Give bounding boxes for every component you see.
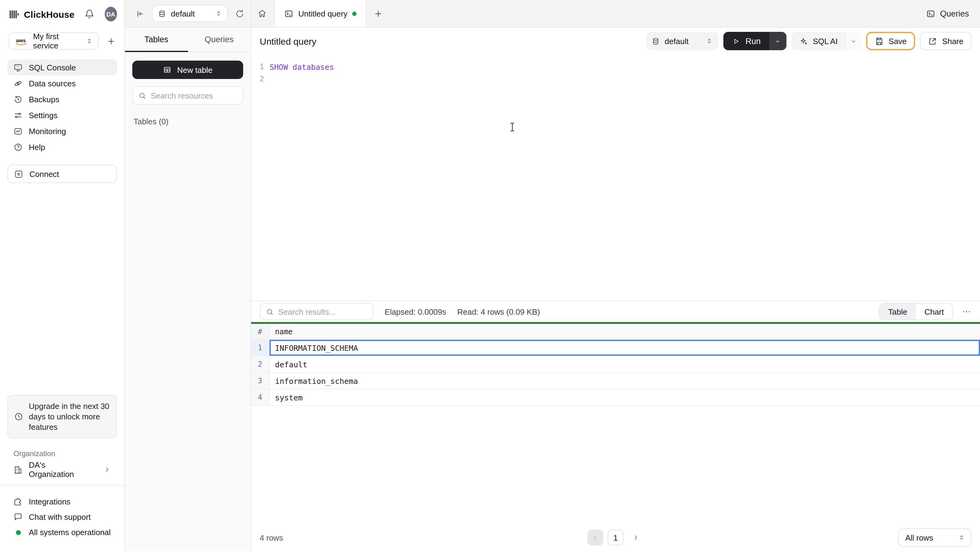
index-column-header: # [251,324,269,339]
puzzle-icon [13,497,23,506]
resources-panel: Tables Queries New table Tables (0) [125,27,251,551]
page-size-value: All rows [905,533,958,542]
integrations-label: Integrations [29,497,70,506]
table-row[interactable]: 3 information_schema [251,373,980,389]
sql-ai-button[interactable]: SQL AI [791,32,861,50]
notifications-bell-icon[interactable] [84,9,94,19]
text-cursor [508,122,516,132]
name-column-header[interactable]: name [269,324,980,339]
workspace: default Untitled query Queries [125,0,980,551]
chevron-down-icon [775,38,781,44]
avatar[interactable]: DA [105,7,117,21]
queries-button[interactable]: Queries [915,0,980,27]
results-search[interactable] [260,303,374,320]
sidebar-item-data-sources[interactable]: Data sources [7,75,117,91]
new-table-button[interactable]: New table [132,60,243,79]
collapse-sidebar-button[interactable] [135,9,145,18]
row-number: 3 [251,373,269,389]
run-button[interactable]: Run [723,32,786,50]
tables-section-label: Tables (0) [134,117,242,126]
service-selector-label: My first service [33,32,81,50]
results-more-button[interactable] [962,307,971,316]
refresh-button[interactable] [235,9,244,18]
upgrade-notice[interactable]: Upgrade in the next 30 days to unlock mo… [7,395,117,438]
results-footer: 4 rows 1 All rows [251,524,980,551]
cell-name[interactable]: information_schema [269,373,980,389]
connect-icon [14,169,23,178]
cell-name[interactable]: system [269,389,980,405]
current-page-button[interactable]: 1 [608,530,624,546]
terminal-icon [926,9,935,18]
query-workspace: Untitled query default Run [251,27,980,551]
topbar-left-controls: default [125,0,251,27]
add-service-button[interactable] [107,37,116,46]
sidebar-item-sql-console[interactable]: SQL Console [7,59,117,75]
query-title: Untitled query [260,36,317,46]
database-selector[interactable]: default [152,5,228,22]
rows-read: Read: 4 rows (0.09 KB) [457,307,540,316]
share-label: Share [942,37,964,46]
cell-name[interactable]: INFORMATION_SCHEMA [269,340,980,356]
sidebar-item-chat-support[interactable]: Chat with support [7,510,117,525]
line-number: 2 [251,75,269,83]
connect-button[interactable]: Connect [7,165,117,183]
save-button[interactable]: Save [866,32,915,50]
chevron-right-icon [632,534,640,541]
resources-search-input[interactable] [151,91,237,100]
tab-tables[interactable]: Tables [125,27,188,51]
database-icon [652,37,660,45]
query-tab[interactable]: Untitled query [274,0,366,27]
sql-ai-label: SQL AI [813,37,838,46]
backups-icon [13,95,23,104]
cell-name[interactable]: default [269,356,980,372]
chat-bubble-icon [13,513,23,522]
sidebar-item-integrations[interactable]: Integrations [7,494,117,510]
tab-queries[interactable]: Queries [188,27,250,51]
page-size-selector[interactable]: All rows [898,528,971,547]
view-toggle-table[interactable]: Table [880,304,916,319]
organization-section-label: Organization [0,445,124,462]
view-toggle-chart[interactable]: Chart [916,304,953,319]
sidebar-item-settings[interactable]: Settings [7,107,117,123]
share-button[interactable]: Share [920,32,971,50]
resources-search[interactable] [132,86,243,105]
sidebar-footer: Integrations Chat with support All syste… [0,486,124,551]
nav-label: Monitoring [29,126,66,136]
editor-line[interactable]: 2 [251,73,980,85]
topbar: default Untitled query Queries [125,0,980,27]
sidebar-item-backups[interactable]: Backups [7,91,117,107]
clock-icon [14,412,23,421]
chevron-updown-icon [86,37,93,45]
next-page-button[interactable] [628,530,644,546]
upgrade-notice-text: Upgrade in the next 30 days to unlock mo… [29,401,110,432]
run-options-button[interactable] [769,32,786,50]
home-button[interactable] [251,0,274,27]
home-icon [257,9,267,18]
results-toolbar: Elapsed: 0.0009s Read: 4 rows (0.09 KB) … [251,301,980,322]
query-database-value: default [665,37,701,46]
query-toolbar: Untitled query default Run [251,27,980,54]
previous-page-button[interactable] [587,530,603,546]
table-row[interactable]: 2 default [251,356,980,373]
terminal-icon [284,9,293,18]
chevron-left-icon [592,534,599,541]
settings-icon [13,111,23,120]
table-row[interactable]: 4 system [251,389,980,406]
sql-ai-options-button[interactable] [845,32,861,50]
system-status[interactable]: All systems operational [7,525,117,540]
service-selector[interactable]: aws My first service [9,32,99,49]
query-database-selector[interactable]: default [646,32,719,50]
sidebar-item-monitoring[interactable]: Monitoring [7,123,117,139]
organization-selector[interactable]: DA's Organization [7,462,117,478]
chevron-down-icon [850,38,857,44]
results-search-input[interactable] [278,307,368,316]
sql-editor[interactable]: 1 SHOW databases 2 [251,54,980,301]
plus-icon [107,37,116,46]
sql-console-icon [13,63,23,72]
table-row[interactable]: 1 INFORMATION_SCHEMA [251,340,980,356]
query-tab-title: Untitled query [298,9,347,18]
editor-line[interactable]: 1 SHOW databases [251,60,980,73]
sidebar-item-help[interactable]: Help [7,139,117,155]
status-green-dot [16,530,21,535]
new-tab-button[interactable] [366,0,390,27]
